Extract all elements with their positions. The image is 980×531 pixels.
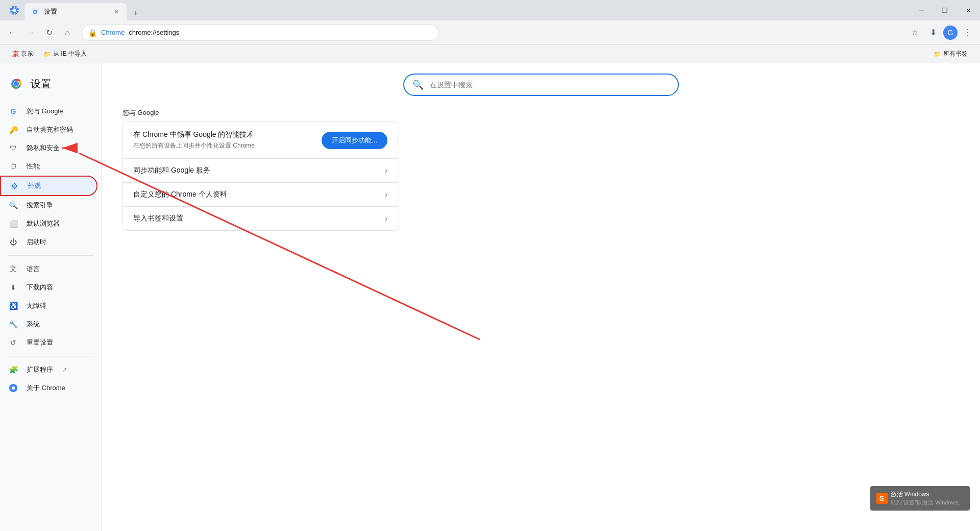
active-tab[interactable]: 设置 ✕ [24,3,127,20]
startup-icon: ⏻ [8,237,18,247]
sidebar-item-search[interactable]: 🔍 搜索引擎 [0,196,97,214]
sidebar-performance-label: 性能 [27,162,40,171]
chrome-settings-small-icon [9,5,19,15]
google-icon: G [8,106,18,116]
sidebar-item-about[interactable]: 关于 Chrome [0,379,97,397]
window-controls: ─ ❑ ✕ [910,0,980,20]
search-box[interactable]: 🔍 [403,74,679,96]
sync-button[interactable]: 开启同步功能... [322,132,387,149]
performance-icon: ⏱ [8,161,18,172]
tab-title: 设置 [44,7,108,16]
sidebar-google-label: 您与 Google [27,107,63,116]
sync-services-row[interactable]: 同步功能和 Google 服务 › [123,159,398,183]
search-icon: 🔍 [412,79,424,90]
folder-right-icon: 📁 [934,51,941,58]
back-button[interactable]: ← [4,25,20,41]
home-button[interactable]: ⌂ [59,25,76,41]
sync-services-label: 同步功能和 Google 服务 [133,166,385,175]
sidebar-divider-2 [8,356,93,356]
sidebar-download-label: 下载内容 [27,283,53,292]
svg-point-8 [14,81,19,86]
profile-icon[interactable]: G [943,26,958,40]
section-title: 您与 Google [122,108,960,117]
windows-s-logo: S [876,493,888,504]
sidebar-browser-label: 默认浏览器 [27,219,60,228]
tab-strip: 设置 ✕ + [24,0,143,20]
close-button[interactable]: ✕ [957,0,980,20]
customize-profile-label: 自定义您的 Chrome 个人资料 [133,190,385,199]
search-engine-icon: 🔍 [8,200,18,210]
customize-profile-row[interactable]: 自定义您的 Chrome 个人资料 › [123,183,398,207]
sidebar-item-accessibility[interactable]: ♿ 无障碍 [0,297,97,315]
customize-profile-chevron: › [385,190,387,199]
sidebar-item-extensions[interactable]: 🧩 扩展程序 ↗ [0,360,97,379]
jingdong-icon: 京 [12,50,19,59]
sidebar-privacy-label: 隐私和安全 [27,143,60,153]
win-activate-line2: 转到"设置"以激活 Windows。 [891,499,964,506]
sidebar-item-autofill[interactable]: 🔑 自动填充和密码 [0,120,97,139]
bookmark-bar: 京 京东 📁 从 IE 中导入 📁 所有书签 [0,45,980,63]
bookmark-jingdong[interactable]: 京 京东 [8,47,37,61]
svg-point-4 [34,11,36,13]
ie-import-label: 从 IE 中导入 [53,50,87,58]
system-icon: 🔧 [8,319,18,329]
windows-activation-notice: S 激活 Windows 转到"设置"以激活 Windows。 [870,486,970,511]
title-bar: 设置 ✕ + ─ ❑ ✕ [0,0,980,20]
sidebar-divider-1 [8,255,93,256]
new-tab-button[interactable]: + [129,6,143,20]
google-card-subtitle: 在您的所有设备上同步并个性化设置 Chrome [133,141,322,150]
import-bookmarks-row[interactable]: 导入书签和设置 › [123,207,398,230]
browser-icon: ⬜ [8,219,18,229]
download-button[interactable]: ⬇ [925,25,941,41]
all-bookmarks-label: 所有书签 [943,50,968,58]
sidebar: 设置 G 您与 Google 🔑 自动填充和密码 🛡 隐私和安全 ⏱ 性能 ⚙ … [0,63,102,531]
sidebar-search-label: 搜索引擎 [27,201,53,210]
address-url: chrome://settings [129,29,179,36]
sidebar-item-reset[interactable]: ↺ 重置设置 [0,333,97,352]
privacy-icon: 🛡 [8,143,18,153]
google-card-title: 在 Chrome 中畅享 Google 的智能技术 [133,130,322,139]
address-bar[interactable]: 🔒 Chrome chrome://settings [82,25,439,41]
toolbar: ← → ↻ ⌂ 🔒 Chrome chrome://settings ☆ ⬇ G… [0,20,980,45]
import-bookmarks-chevron: › [385,214,387,223]
reset-icon: ↺ [8,337,18,348]
bookmark-button[interactable]: ☆ [906,25,923,41]
chrome-logo [8,76,24,92]
all-bookmarks-button[interactable]: 📁 所有书签 [929,47,972,60]
sidebar-startup-label: 启动时 [27,237,46,247]
more-button[interactable]: ⋮ [960,25,976,41]
svg-point-10 [12,387,15,390]
maximize-button[interactable]: ❑ [933,0,957,20]
sidebar-autofill-label: 自动填充和密码 [27,125,73,134]
sidebar-item-performance[interactable]: ⏱ 性能 [0,157,97,176]
chrome-label: Chrome [101,29,125,36]
sidebar-item-appearance[interactable]: ⚙ 外观 [0,176,97,196]
appearance-icon: ⚙ [9,181,19,191]
sidebar-item-browser[interactable]: ⬜ 默认浏览器 [0,214,97,233]
bookmark-ie-import[interactable]: 📁 从 IE 中导入 [39,47,91,60]
sidebar-item-startup[interactable]: ⏻ 启动时 [0,233,97,251]
minimize-button[interactable]: ─ [910,0,933,20]
sidebar-header: 设置 [0,71,102,102]
forward-button[interactable]: → [22,25,39,41]
svg-point-1 [13,9,16,12]
sidebar-system-label: 系统 [27,320,40,329]
sidebar-title: 设置 [31,77,51,91]
main-area: 设置 G 您与 Google 🔑 自动填充和密码 🛡 隐私和安全 ⏱ 性能 ⚙ … [0,63,980,531]
sidebar-item-system[interactable]: 🔧 系统 [0,315,97,333]
sidebar-item-download[interactable]: ⬇ 下载内容 [0,278,97,297]
accessibility-icon: ♿ [8,301,18,311]
tab-chrome-icon [31,7,40,16]
reload-button[interactable]: ↻ [41,25,57,41]
sidebar-item-privacy[interactable]: 🛡 隐私和安全 [0,139,97,157]
sidebar-reset-label: 重置设置 [27,338,53,347]
google-card-text: 在 Chrome 中畅享 Google 的智能技术 在您的所有设备上同步并个性化… [133,130,322,150]
sidebar-language-label: 语言 [27,264,40,274]
sidebar-appearance-label: 外观 [28,181,41,190]
google-card: 在 Chrome 中畅享 Google 的智能技术 在您的所有设备上同步并个性化… [122,122,398,231]
tab-close-button[interactable]: ✕ [112,8,120,16]
sidebar-item-google[interactable]: G 您与 Google [0,102,97,120]
search-input[interactable] [430,81,670,89]
sidebar-item-language[interactable]: 文 语言 [0,260,97,278]
toolbar-right: ☆ ⬇ G ⋮ [906,25,976,41]
